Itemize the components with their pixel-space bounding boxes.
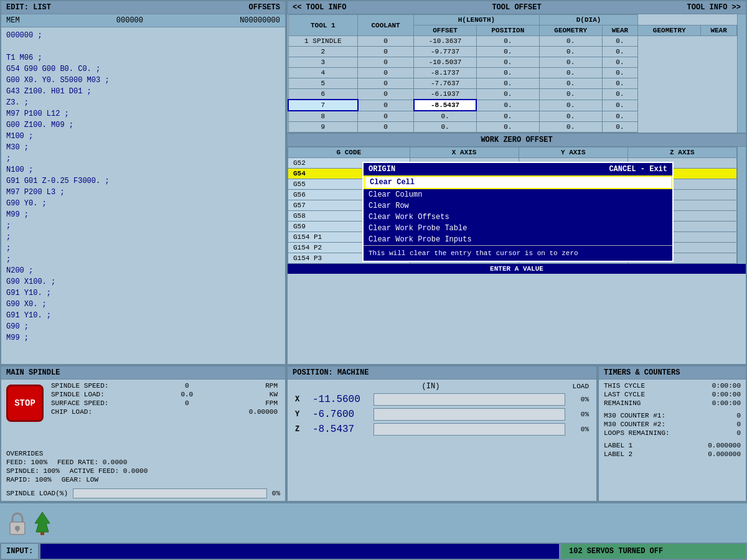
spindle-speed-unit: RPM bbox=[265, 382, 278, 390]
tree-icon[interactable] bbox=[30, 510, 55, 537]
tool-offset-table: TOOL 1 COOLANT H(LENGTH) D(DIA) OFFSET P… bbox=[288, 14, 737, 133]
overrides-section: OVERRIDES FEED: 100%FEED RATE: 0.0000 SP… bbox=[1, 447, 285, 486]
x-axis-value: -11.5600 bbox=[312, 394, 369, 405]
position-z-row: Z -8.5437 0% bbox=[295, 423, 589, 436]
table-row[interactable]: 70-8.54370.0.0. bbox=[288, 100, 737, 111]
lock-icon[interactable] bbox=[5, 510, 30, 537]
table-row[interactable]: 40-8.17370.0.0. bbox=[288, 68, 737, 78]
dropdown-item[interactable]: Clear Column bbox=[364, 189, 672, 200]
status-message: 102 SERVOS TURNED OFF bbox=[560, 543, 747, 560]
table-row[interactable]: 900.0.0.0. bbox=[288, 122, 737, 133]
tool-offset-title: TOOL OFFSET bbox=[492, 3, 541, 12]
code-line: M97 P200 L3 ; bbox=[6, 187, 280, 198]
code-line: G00 Z100. M09 ; bbox=[6, 119, 280, 131]
stop-button[interactable]: STOP bbox=[6, 385, 44, 422]
table-row[interactable]: 50-7.76370.0.0. bbox=[288, 78, 737, 89]
bottom-sections: MAIN SPINDLE STOP SPINDLE SPEED: 0 RPM S… bbox=[0, 365, 747, 502]
code-line: G54 G90 G00 B0. C0. ; bbox=[6, 63, 280, 75]
code-line: G90 X100. ; bbox=[6, 276, 280, 287]
dropdown-item[interactable]: Clear Work Offsets bbox=[364, 212, 672, 223]
loops-value: 0 bbox=[736, 429, 741, 437]
col-h-geo: GEOMETRY bbox=[539, 26, 602, 36]
code-line: G90 Y0. ; bbox=[6, 198, 280, 209]
input-field[interactable] bbox=[39, 543, 560, 560]
svg-marker-3 bbox=[35, 512, 50, 532]
this-cycle-label: THIS CYCLE bbox=[604, 382, 645, 390]
code-line: G90 ; bbox=[6, 321, 280, 332]
code-line: 000000 ; bbox=[6, 30, 280, 41]
chip-load-value: 0.00000 bbox=[249, 408, 278, 416]
spindle-load-unit: KW bbox=[270, 391, 278, 398]
last-cycle-value: 0:00:00 bbox=[712, 391, 741, 398]
status-bar: INPUT: 102 SERVOS TURNED OFF bbox=[0, 543, 747, 560]
tool-table-scrollbar[interactable] bbox=[737, 14, 746, 133]
dropdown-item[interactable]: Clear Work Probe Inputs bbox=[364, 234, 672, 245]
timer-last-cycle: LAST CYCLE 0:00:00 bbox=[604, 391, 741, 398]
timer-loops: LOOPS REMAINING: 0 bbox=[604, 429, 741, 437]
code-line: ; bbox=[6, 254, 280, 265]
code-line: ; bbox=[6, 153, 280, 164]
code-line: G90 X0. ; bbox=[6, 299, 280, 310]
table-row[interactable]: 1 SPINDLE0-10.36370.0.0. bbox=[288, 36, 737, 47]
overrides-row3: SPINDLE: 100%ACTIVE FEED: 0.0000 bbox=[6, 467, 280, 475]
tool-nav-left[interactable]: << TOOL INFO bbox=[293, 3, 346, 12]
timer-this-cycle: THIS CYCLE 0:00:00 bbox=[604, 382, 741, 390]
table-row[interactable]: 800.0.0.0. bbox=[288, 111, 737, 122]
wz-col-z: Z AXIS bbox=[627, 147, 736, 158]
code-line: G91 Y10. ; bbox=[6, 310, 280, 321]
last-cycle-label: LAST CYCLE bbox=[604, 391, 645, 398]
tool-nav-right[interactable]: TOOL INFO >> bbox=[687, 3, 741, 12]
dropdown-item[interactable]: Clear Cell bbox=[364, 175, 672, 189]
bottom-icon-bar bbox=[0, 502, 747, 543]
table-row[interactable]: 20-9.77370.0.0. bbox=[288, 47, 737, 57]
code-editor-panel: EDIT: LIST OFFSETS MEM 000000 N00000000 … bbox=[0, 0, 286, 365]
cancel-button[interactable]: CANCEL - Exit bbox=[609, 165, 667, 174]
col-hlength: H(LENGTH) bbox=[414, 15, 540, 26]
code-line bbox=[6, 41, 280, 52]
remaining-value: 0:00:00 bbox=[712, 399, 741, 407]
col-coolant: COOLANT bbox=[358, 15, 414, 36]
x-load-pct: 0% bbox=[570, 396, 589, 403]
code-line: Z3. ; bbox=[6, 97, 280, 108]
spindle-load-label: SPINDLE LOAD: bbox=[51, 391, 105, 398]
table-row[interactable]: 60-6.19370.0.0. bbox=[288, 89, 737, 100]
timer-label1: LABEL 1 0.000000 bbox=[604, 442, 741, 449]
mem-value1: 000000 bbox=[116, 16, 143, 25]
label1-label: LABEL 1 bbox=[604, 442, 632, 449]
position-header: POSITION: MACHINE bbox=[288, 366, 596, 380]
m30-1-value: 0 bbox=[736, 412, 741, 419]
table-row[interactable]: 30-10.50370.0.0. bbox=[288, 57, 737, 68]
dropdown-item[interactable]: Clear Row bbox=[364, 200, 672, 212]
y-load-pct: 0% bbox=[570, 411, 589, 418]
timers-content: THIS CYCLE 0:00:00 LAST CYCLE 0:00:00 RE… bbox=[599, 380, 746, 462]
enter-value-bar: ENTER A VALUE bbox=[288, 264, 746, 274]
x-axis-label: X bbox=[295, 395, 308, 404]
code-line: T1 M06 ; bbox=[6, 52, 280, 63]
remaining-label: REMAINING bbox=[604, 399, 641, 407]
this-cycle-value: 0:00:00 bbox=[712, 382, 741, 390]
col-tool-num: TOOL 1 bbox=[288, 15, 358, 36]
stat-surface-speed: SURFACE SPEED: 0 FPM bbox=[51, 399, 278, 407]
timers-header: TIMERS & COUNTERS bbox=[599, 366, 746, 380]
code-line: M30 ; bbox=[6, 142, 280, 153]
z-load-bar bbox=[374, 423, 565, 436]
work-zero-header: WORK ZERO OFFSET bbox=[288, 134, 746, 147]
code-editor-header: EDIT: LIST OFFSETS bbox=[1, 1, 285, 14]
spindle-content: STOP SPINDLE SPEED: 0 RPM SPINDLE LOAD: … bbox=[1, 380, 285, 447]
x-load-bar bbox=[374, 393, 565, 406]
dropdown-item[interactable]: Clear Work Probe Table bbox=[364, 223, 672, 234]
code-area[interactable]: 000000 ; T1 M06 ;G54 G90 G00 B0. C0. ;G0… bbox=[1, 27, 285, 364]
timer-m30-2: M30 COUNTER #2: 0 bbox=[604, 421, 741, 428]
spindle-load-pct: 0% bbox=[272, 490, 280, 497]
timers-section: TIMERS & COUNTERS THIS CYCLE 0:00:00 LAS… bbox=[598, 365, 747, 502]
overrides-row2: FEED: 100%FEED RATE: 0.0000 bbox=[6, 459, 280, 466]
spindle-load-pct-label: SPINDLE LOAD(%) bbox=[6, 490, 68, 497]
position-section: POSITION: MACHINE (IN) LOAD X -11.5600 0… bbox=[286, 365, 598, 502]
spindle-speed-label: SPINDLE SPEED: bbox=[51, 382, 108, 390]
code-line: G43 Z100. H01 D01 ; bbox=[6, 86, 280, 97]
code-line: N200 ; bbox=[6, 265, 280, 276]
col-d-geo: GEOMETRY bbox=[638, 26, 701, 36]
work-zero-scrollbar[interactable] bbox=[737, 147, 746, 264]
code-line: N100 ; bbox=[6, 164, 280, 175]
spindle-header: MAIN SPINDLE bbox=[1, 366, 285, 380]
